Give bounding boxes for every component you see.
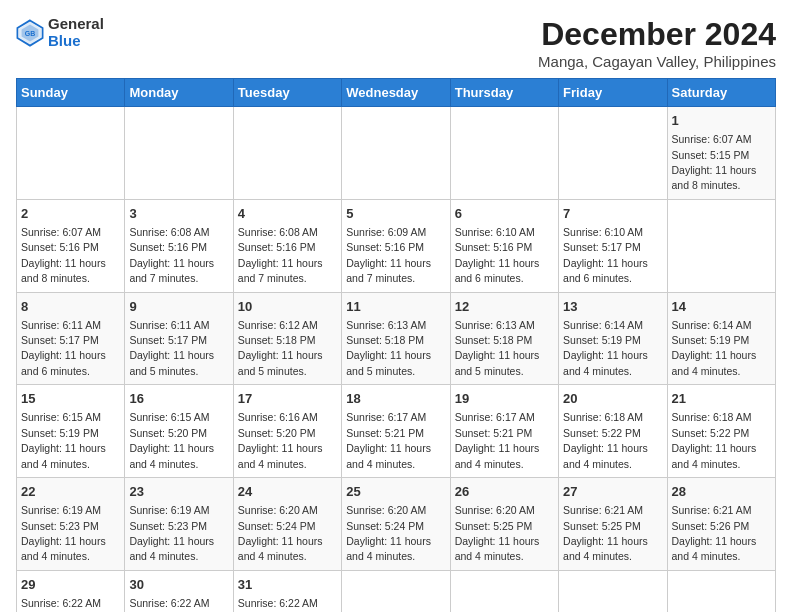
day-cell: 20Sunrise: 6:18 AMSunset: 5:22 PMDayligh… xyxy=(559,385,667,478)
day-cell: 13Sunrise: 6:14 AMSunset: 5:19 PMDayligh… xyxy=(559,292,667,385)
calendar-week-row: 2Sunrise: 6:07 AMSunset: 5:16 PMDaylight… xyxy=(17,199,776,292)
day-info: Sunrise: 6:08 AMSunset: 5:16 PMDaylight:… xyxy=(238,226,323,284)
day-info: Sunrise: 6:12 AMSunset: 5:18 PMDaylight:… xyxy=(238,319,323,377)
day-cell: 22Sunrise: 6:19 AMSunset: 5:23 PMDayligh… xyxy=(17,478,125,571)
empty-day-cell xyxy=(667,199,775,292)
day-info: Sunrise: 6:10 AMSunset: 5:16 PMDaylight:… xyxy=(455,226,540,284)
svg-text:GB: GB xyxy=(25,29,36,36)
day-info: Sunrise: 6:20 AMSunset: 5:24 PMDaylight:… xyxy=(238,504,323,562)
day-info: Sunrise: 6:19 AMSunset: 5:23 PMDaylight:… xyxy=(21,504,106,562)
page-header: GB General Blue December 2024 Manga, Cag… xyxy=(16,16,776,70)
day-number: 21 xyxy=(672,390,771,408)
day-info: Sunrise: 6:07 AMSunset: 5:15 PMDaylight:… xyxy=(672,133,757,191)
day-number: 17 xyxy=(238,390,337,408)
day-info: Sunrise: 6:14 AMSunset: 5:19 PMDaylight:… xyxy=(563,319,648,377)
day-number: 10 xyxy=(238,298,337,316)
day-info: Sunrise: 6:14 AMSunset: 5:19 PMDaylight:… xyxy=(672,319,757,377)
empty-day-cell xyxy=(559,107,667,200)
day-info: Sunrise: 6:20 AMSunset: 5:25 PMDaylight:… xyxy=(455,504,540,562)
day-cell: 23Sunrise: 6:19 AMSunset: 5:23 PMDayligh… xyxy=(125,478,233,571)
day-info: Sunrise: 6:15 AMSunset: 5:20 PMDaylight:… xyxy=(129,411,214,469)
empty-day-cell xyxy=(342,570,450,612)
day-number: 23 xyxy=(129,483,228,501)
day-info: Sunrise: 6:21 AMSunset: 5:25 PMDaylight:… xyxy=(563,504,648,562)
calendar-title: December 2024 xyxy=(538,16,776,53)
empty-day-cell xyxy=(233,107,341,200)
day-cell: 14Sunrise: 6:14 AMSunset: 5:19 PMDayligh… xyxy=(667,292,775,385)
day-cell: 12Sunrise: 6:13 AMSunset: 5:18 PMDayligh… xyxy=(450,292,558,385)
day-info: Sunrise: 6:18 AMSunset: 5:22 PMDaylight:… xyxy=(563,411,648,469)
weekday-header-row: SundayMondayTuesdayWednesdayThursdayFrid… xyxy=(17,79,776,107)
day-cell: 29Sunrise: 6:22 AMSunset: 5:26 PMDayligh… xyxy=(17,570,125,612)
weekday-header: Wednesday xyxy=(342,79,450,107)
logo-icon: GB xyxy=(16,19,44,47)
calendar-table: SundayMondayTuesdayWednesdayThursdayFrid… xyxy=(16,78,776,612)
day-info: Sunrise: 6:09 AMSunset: 5:16 PMDaylight:… xyxy=(346,226,431,284)
calendar-week-row: 22Sunrise: 6:19 AMSunset: 5:23 PMDayligh… xyxy=(17,478,776,571)
day-cell: 24Sunrise: 6:20 AMSunset: 5:24 PMDayligh… xyxy=(233,478,341,571)
calendar-week-row: 8Sunrise: 6:11 AMSunset: 5:17 PMDaylight… xyxy=(17,292,776,385)
day-number: 19 xyxy=(455,390,554,408)
day-number: 26 xyxy=(455,483,554,501)
day-cell: 15Sunrise: 6:15 AMSunset: 5:19 PMDayligh… xyxy=(17,385,125,478)
day-number: 2 xyxy=(21,205,120,223)
day-cell: 9Sunrise: 6:11 AMSunset: 5:17 PMDaylight… xyxy=(125,292,233,385)
day-number: 9 xyxy=(129,298,228,316)
day-number: 16 xyxy=(129,390,228,408)
day-number: 12 xyxy=(455,298,554,316)
day-number: 29 xyxy=(21,576,120,594)
day-cell: 6Sunrise: 6:10 AMSunset: 5:16 PMDaylight… xyxy=(450,199,558,292)
day-info: Sunrise: 6:22 AMSunset: 5:26 PMDaylight:… xyxy=(21,597,106,612)
day-cell: 4Sunrise: 6:08 AMSunset: 5:16 PMDaylight… xyxy=(233,199,341,292)
day-cell: 27Sunrise: 6:21 AMSunset: 5:25 PMDayligh… xyxy=(559,478,667,571)
day-cell: 8Sunrise: 6:11 AMSunset: 5:17 PMDaylight… xyxy=(17,292,125,385)
day-number: 15 xyxy=(21,390,120,408)
day-info: Sunrise: 6:13 AMSunset: 5:18 PMDaylight:… xyxy=(455,319,540,377)
day-cell: 26Sunrise: 6:20 AMSunset: 5:25 PMDayligh… xyxy=(450,478,558,571)
day-number: 3 xyxy=(129,205,228,223)
day-cell: 31Sunrise: 6:22 AMSunset: 5:28 PMDayligh… xyxy=(233,570,341,612)
day-cell: 5Sunrise: 6:09 AMSunset: 5:16 PMDaylight… xyxy=(342,199,450,292)
day-info: Sunrise: 6:07 AMSunset: 5:16 PMDaylight:… xyxy=(21,226,106,284)
day-number: 11 xyxy=(346,298,445,316)
empty-day-cell xyxy=(450,570,558,612)
weekday-header: Saturday xyxy=(667,79,775,107)
weekday-header: Tuesday xyxy=(233,79,341,107)
day-number: 25 xyxy=(346,483,445,501)
day-info: Sunrise: 6:08 AMSunset: 5:16 PMDaylight:… xyxy=(129,226,214,284)
day-info: Sunrise: 6:18 AMSunset: 5:22 PMDaylight:… xyxy=(672,411,757,469)
day-number: 28 xyxy=(672,483,771,501)
day-number: 8 xyxy=(21,298,120,316)
day-number: 22 xyxy=(21,483,120,501)
day-cell: 18Sunrise: 6:17 AMSunset: 5:21 PMDayligh… xyxy=(342,385,450,478)
calendar-week-row: 15Sunrise: 6:15 AMSunset: 5:19 PMDayligh… xyxy=(17,385,776,478)
calendar-week-row: 29Sunrise: 6:22 AMSunset: 5:26 PMDayligh… xyxy=(17,570,776,612)
day-number: 7 xyxy=(563,205,662,223)
calendar-subtitle: Manga, Cagayan Valley, Philippines xyxy=(538,53,776,70)
day-number: 14 xyxy=(672,298,771,316)
empty-day-cell xyxy=(450,107,558,200)
weekday-header: Monday xyxy=(125,79,233,107)
day-info: Sunrise: 6:13 AMSunset: 5:18 PMDaylight:… xyxy=(346,319,431,377)
day-info: Sunrise: 6:22 AMSunset: 5:28 PMDaylight:… xyxy=(238,597,323,612)
day-cell: 7Sunrise: 6:10 AMSunset: 5:17 PMDaylight… xyxy=(559,199,667,292)
logo-blue: Blue xyxy=(48,33,104,50)
weekday-header: Sunday xyxy=(17,79,125,107)
day-number: 6 xyxy=(455,205,554,223)
day-cell: 19Sunrise: 6:17 AMSunset: 5:21 PMDayligh… xyxy=(450,385,558,478)
day-info: Sunrise: 6:17 AMSunset: 5:21 PMDaylight:… xyxy=(346,411,431,469)
day-number: 1 xyxy=(672,112,771,130)
day-number: 30 xyxy=(129,576,228,594)
day-cell: 2Sunrise: 6:07 AMSunset: 5:16 PMDaylight… xyxy=(17,199,125,292)
day-info: Sunrise: 6:22 AMSunset: 5:27 PMDaylight:… xyxy=(129,597,214,612)
day-number: 31 xyxy=(238,576,337,594)
logo: GB General Blue xyxy=(16,16,104,49)
day-cell: 21Sunrise: 6:18 AMSunset: 5:22 PMDayligh… xyxy=(667,385,775,478)
day-cell: 1Sunrise: 6:07 AMSunset: 5:15 PMDaylight… xyxy=(667,107,775,200)
weekday-header: Thursday xyxy=(450,79,558,107)
logo-general: General xyxy=(48,16,104,33)
day-number: 20 xyxy=(563,390,662,408)
empty-day-cell xyxy=(342,107,450,200)
day-cell: 28Sunrise: 6:21 AMSunset: 5:26 PMDayligh… xyxy=(667,478,775,571)
day-info: Sunrise: 6:15 AMSunset: 5:19 PMDaylight:… xyxy=(21,411,106,469)
